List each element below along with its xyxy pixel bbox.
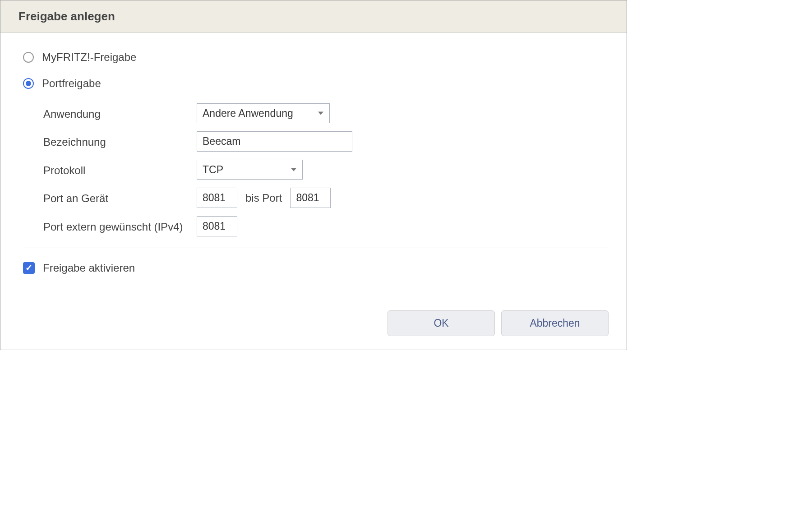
select-anwendung[interactable]: Andere Anwendung xyxy=(197,103,330,123)
row-bezeichnung: Bezeichnung xyxy=(43,131,609,152)
button-row: OK Abbrechen xyxy=(0,310,627,350)
cancel-button[interactable]: Abbrechen xyxy=(501,310,609,336)
row-port-an-geraet: Port an Gerät bis Port xyxy=(43,188,609,208)
dialog-title: Freigabe anlegen xyxy=(18,9,609,23)
row-protokoll: Protokoll TCP xyxy=(43,160,609,180)
label-protokoll: Protokoll xyxy=(43,160,197,177)
dialog-body: MyFRITZ!-Freigabe Portfreigabe Anwendung… xyxy=(0,33,627,310)
row-aktivieren[interactable]: Freigabe aktivieren xyxy=(23,262,609,274)
row-port-extern: Port extern gewünscht (IPv4) xyxy=(43,216,609,236)
radio-group-freigabetyp: MyFRITZ!-Freigabe Portfreigabe xyxy=(23,51,609,90)
dialog-freigabe-anlegen: Freigabe anlegen MyFRITZ!-Freigabe Portf… xyxy=(0,0,627,350)
radio-portfreigabe[interactable] xyxy=(23,78,34,89)
radio-option-portfreigabe[interactable]: Portfreigabe xyxy=(23,77,609,90)
select-protokoll[interactable]: TCP xyxy=(197,160,303,180)
control-protokoll: TCP xyxy=(197,160,303,180)
checkbox-aktivieren[interactable] xyxy=(23,262,35,274)
dialog-header: Freigabe anlegen xyxy=(0,0,627,33)
control-bezeichnung xyxy=(197,131,352,152)
row-anwendung: Anwendung Andere Anwendung xyxy=(43,103,609,123)
divider xyxy=(23,248,609,248)
label-port-extern: Port extern gewünscht (IPv4) xyxy=(43,216,197,233)
input-port-extern[interactable] xyxy=(197,216,237,236)
label-bis-port: bis Port xyxy=(245,192,282,204)
label-port-an-geraet: Port an Gerät xyxy=(43,188,197,205)
label-bezeichnung: Bezeichnung xyxy=(43,131,197,148)
control-port-extern xyxy=(197,216,237,236)
input-port-to[interactable] xyxy=(290,188,331,208)
control-port-an-geraet: bis Port xyxy=(197,188,331,208)
radio-myfritz-label: MyFRITZ!-Freigabe xyxy=(42,51,136,64)
radio-myfritz[interactable] xyxy=(23,52,34,63)
control-anwendung: Andere Anwendung xyxy=(197,103,330,123)
input-bezeichnung[interactable] xyxy=(197,131,352,152)
ok-button[interactable]: OK xyxy=(388,310,495,336)
radio-portfreigabe-label: Portfreigabe xyxy=(42,77,101,90)
label-anwendung: Anwendung xyxy=(43,103,197,120)
form-section-portfreigabe: Anwendung Andere Anwendung Bezeichnung P… xyxy=(43,103,609,236)
checkbox-aktivieren-label: Freigabe aktivieren xyxy=(43,262,135,274)
input-port-from[interactable] xyxy=(197,188,237,208)
select-wrapper-anwendung: Andere Anwendung xyxy=(197,103,330,123)
radio-option-myfritz[interactable]: MyFRITZ!-Freigabe xyxy=(23,51,609,64)
select-wrapper-protokoll: TCP xyxy=(197,160,303,180)
